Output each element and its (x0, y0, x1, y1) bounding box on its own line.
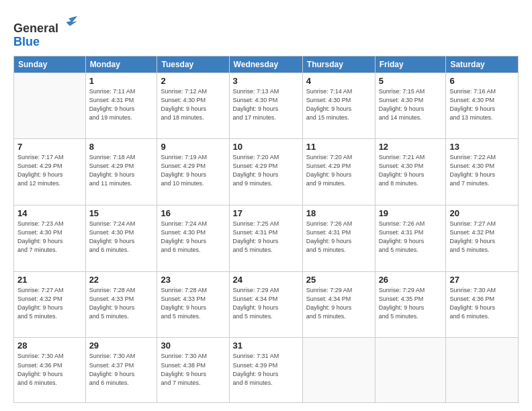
day-info: Sunrise: 7:21 AM Sunset: 4:30 PM Dayligh… (379, 153, 443, 188)
calendar-cell: 9Sunrise: 7:19 AM Sunset: 4:29 PM Daylig… (157, 139, 229, 205)
calendar-cell: 24Sunrise: 7:29 AM Sunset: 4:34 PM Dayli… (229, 271, 302, 338)
weekday-header: Thursday (302, 56, 375, 73)
weekday-header: Tuesday (157, 56, 229, 73)
day-info: Sunrise: 7:27 AM Sunset: 4:32 PM Dayligh… (449, 220, 515, 255)
calendar-cell: 12Sunrise: 7:21 AM Sunset: 4:30 PM Dayli… (375, 139, 446, 205)
day-info: Sunrise: 7:31 AM Sunset: 4:39 PM Dayligh… (233, 352, 299, 387)
calendar-cell: 29Sunrise: 7:30 AM Sunset: 4:37 PM Dayli… (85, 338, 157, 403)
logo: General Blue (13, 13, 79, 49)
calendar-week-row: 7Sunrise: 7:17 AM Sunset: 4:29 PM Daylig… (14, 139, 519, 205)
day-number: 24 (233, 275, 299, 285)
day-number: 4 (306, 76, 371, 86)
day-number: 12 (379, 142, 443, 152)
day-number: 25 (306, 275, 371, 285)
day-info: Sunrise: 7:17 AM Sunset: 4:29 PM Dayligh… (17, 153, 82, 188)
day-info: Sunrise: 7:30 AM Sunset: 4:36 PM Dayligh… (17, 352, 82, 387)
calendar-cell: 15Sunrise: 7:24 AM Sunset: 4:30 PM Dayli… (85, 205, 157, 272)
calendar-cell: 31Sunrise: 7:31 AM Sunset: 4:39 PM Dayli… (229, 338, 302, 403)
calendar-cell: 14Sunrise: 7:23 AM Sunset: 4:30 PM Dayli… (14, 205, 86, 272)
calendar-cell: 10Sunrise: 7:20 AM Sunset: 4:29 PM Dayli… (229, 139, 302, 205)
day-number: 1 (89, 76, 154, 86)
day-info: Sunrise: 7:22 AM Sunset: 4:30 PM Dayligh… (449, 153, 515, 188)
day-info: Sunrise: 7:20 AM Sunset: 4:29 PM Dayligh… (233, 153, 299, 188)
calendar-cell: 17Sunrise: 7:25 AM Sunset: 4:31 PM Dayli… (229, 205, 302, 272)
calendar-cell: 22Sunrise: 7:28 AM Sunset: 4:33 PM Dayli… (85, 271, 157, 338)
day-number: 18 (306, 208, 371, 218)
day-number: 20 (449, 208, 515, 218)
weekday-header: Saturday (446, 56, 519, 73)
calendar-cell: 23Sunrise: 7:28 AM Sunset: 4:33 PM Dayli… (157, 271, 229, 338)
weekday-header: Sunday (14, 56, 86, 73)
day-info: Sunrise: 7:25 AM Sunset: 4:31 PM Dayligh… (233, 220, 299, 255)
logo-general: General (13, 21, 58, 35)
day-info: Sunrise: 7:30 AM Sunset: 4:36 PM Dayligh… (449, 286, 515, 321)
calendar-cell: 26Sunrise: 7:29 AM Sunset: 4:35 PM Dayli… (375, 271, 446, 338)
calendar-cell: 18Sunrise: 7:26 AM Sunset: 4:31 PM Dayli… (302, 205, 375, 272)
day-number: 10 (233, 142, 299, 152)
day-info: Sunrise: 7:18 AM Sunset: 4:29 PM Dayligh… (89, 153, 154, 188)
day-info: Sunrise: 7:15 AM Sunset: 4:30 PM Dayligh… (379, 87, 443, 122)
day-number: 19 (379, 208, 443, 218)
day-info: Sunrise: 7:28 AM Sunset: 4:33 PM Dayligh… (161, 286, 225, 321)
day-info: Sunrise: 7:13 AM Sunset: 4:30 PM Dayligh… (233, 87, 299, 122)
day-number: 2 (161, 76, 225, 86)
svg-marker-0 (66, 16, 77, 26)
day-number: 30 (161, 340, 225, 351)
day-number: 3 (233, 76, 299, 86)
day-number: 26 (379, 275, 443, 285)
calendar-cell: 4Sunrise: 7:14 AM Sunset: 4:30 PM Daylig… (302, 73, 375, 139)
day-info: Sunrise: 7:11 AM Sunset: 4:31 PM Dayligh… (89, 87, 154, 122)
logo-blue: Blue (13, 35, 40, 48)
day-info: Sunrise: 7:30 AM Sunset: 4:37 PM Dayligh… (89, 352, 154, 387)
calendar-cell: 30Sunrise: 7:30 AM Sunset: 4:38 PM Dayli… (157, 338, 229, 403)
calendar-cell: 11Sunrise: 7:20 AM Sunset: 4:29 PM Dayli… (302, 139, 375, 205)
calendar-header-row: SundayMondayTuesdayWednesdayThursdayFrid… (14, 56, 519, 73)
calendar-cell: 13Sunrise: 7:22 AM Sunset: 4:30 PM Dayli… (446, 139, 519, 205)
calendar-cell (375, 338, 446, 403)
day-number: 27 (449, 275, 515, 285)
day-number: 28 (17, 340, 82, 351)
calendar-week-row: 28Sunrise: 7:30 AM Sunset: 4:36 PM Dayli… (14, 338, 519, 403)
calendar-cell (14, 73, 86, 139)
calendar-table: SundayMondayTuesdayWednesdayThursdayFrid… (13, 56, 519, 403)
logo-bird-icon (60, 13, 79, 32)
calendar-cell: 27Sunrise: 7:30 AM Sunset: 4:36 PM Dayli… (446, 271, 519, 338)
day-info: Sunrise: 7:12 AM Sunset: 4:30 PM Dayligh… (161, 87, 225, 122)
calendar-week-row: 21Sunrise: 7:27 AM Sunset: 4:32 PM Dayli… (14, 271, 519, 338)
day-number: 8 (89, 142, 154, 152)
day-info: Sunrise: 7:24 AM Sunset: 4:30 PM Dayligh… (161, 220, 225, 255)
day-number: 11 (306, 142, 371, 152)
day-info: Sunrise: 7:20 AM Sunset: 4:29 PM Dayligh… (306, 153, 371, 188)
day-info: Sunrise: 7:19 AM Sunset: 4:29 PM Dayligh… (161, 153, 225, 188)
calendar-cell: 19Sunrise: 7:26 AM Sunset: 4:31 PM Dayli… (375, 205, 446, 272)
calendar-cell: 8Sunrise: 7:18 AM Sunset: 4:29 PM Daylig… (85, 139, 157, 205)
day-info: Sunrise: 7:30 AM Sunset: 4:38 PM Dayligh… (161, 352, 225, 387)
day-number: 17 (233, 208, 299, 218)
day-info: Sunrise: 7:27 AM Sunset: 4:32 PM Dayligh… (17, 286, 82, 321)
calendar-cell: 1Sunrise: 7:11 AM Sunset: 4:31 PM Daylig… (85, 73, 157, 139)
day-number: 23 (161, 275, 225, 285)
header: General Blue (13, 11, 519, 49)
day-number: 6 (449, 76, 515, 86)
calendar-cell: 25Sunrise: 7:29 AM Sunset: 4:34 PM Dayli… (302, 271, 375, 338)
calendar-cell: 5Sunrise: 7:15 AM Sunset: 4:30 PM Daylig… (375, 73, 446, 139)
day-number: 22 (89, 275, 154, 285)
calendar-cell: 2Sunrise: 7:12 AM Sunset: 4:30 PM Daylig… (157, 73, 229, 139)
day-number: 5 (379, 76, 443, 86)
day-number: 31 (233, 340, 299, 351)
day-number: 16 (161, 208, 225, 218)
day-info: Sunrise: 7:26 AM Sunset: 4:31 PM Dayligh… (306, 220, 371, 255)
day-number: 7 (17, 142, 82, 152)
calendar-cell (446, 338, 519, 403)
calendar-week-row: 1Sunrise: 7:11 AM Sunset: 4:31 PM Daylig… (14, 73, 519, 139)
day-info: Sunrise: 7:14 AM Sunset: 4:30 PM Dayligh… (306, 87, 371, 122)
day-number: 29 (89, 340, 154, 351)
day-info: Sunrise: 7:29 AM Sunset: 4:35 PM Dayligh… (379, 286, 443, 321)
day-info: Sunrise: 7:16 AM Sunset: 4:30 PM Dayligh… (449, 87, 515, 122)
page-container: General Blue SundayMondayTuesdayWednesda… (0, 0, 532, 411)
day-info: Sunrise: 7:24 AM Sunset: 4:30 PM Dayligh… (89, 220, 154, 255)
day-info: Sunrise: 7:29 AM Sunset: 4:34 PM Dayligh… (306, 286, 371, 321)
weekday-header: Friday (375, 56, 446, 73)
calendar-week-row: 14Sunrise: 7:23 AM Sunset: 4:30 PM Dayli… (14, 205, 519, 272)
calendar-cell (302, 338, 375, 403)
